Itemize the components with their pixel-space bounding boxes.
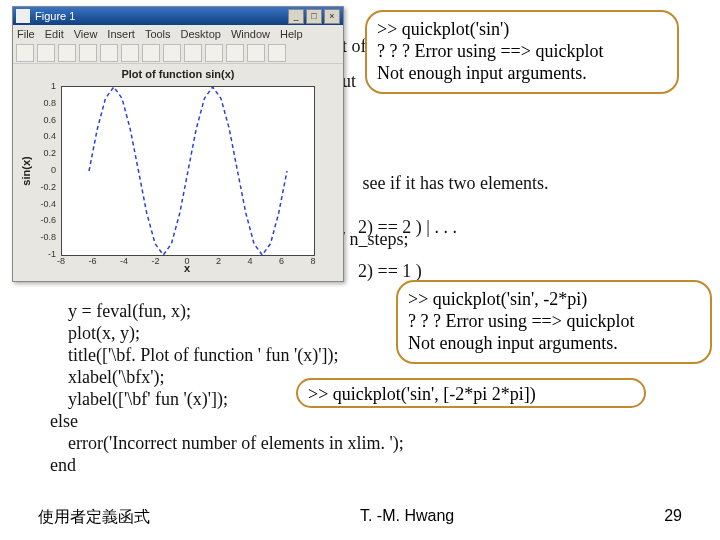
menu-insert[interactable]: Insert xyxy=(107,28,135,40)
matlab-figure-window: Figure 1 _ □ × File Edit View Insert Too… xyxy=(12,6,344,282)
menu-desktop[interactable]: Desktop xyxy=(181,28,221,40)
ytick-label: 1 xyxy=(51,81,56,91)
callout-success: >> quickplot('sin', [-2*pi 2*pi]) xyxy=(296,378,646,408)
toolbar-button[interactable] xyxy=(268,44,286,62)
footer-left: 使用者定義函式 xyxy=(38,507,150,528)
ytick-label: -0.4 xyxy=(40,199,56,209)
callout-line: >> quickplot('sin', [-2*pi 2*pi]) xyxy=(308,383,634,405)
callout-line: ? ? ? Error using ==> quickplot xyxy=(377,40,667,62)
callout-line: ? ? ? Error using ==> quickplot xyxy=(408,310,700,332)
ytick-label: 0.8 xyxy=(43,98,56,108)
menubar: File Edit View Insert Tools Desktop Wind… xyxy=(13,25,343,43)
toolbar-button[interactable] xyxy=(79,44,97,62)
code-line: plot(x, y); xyxy=(50,323,140,343)
code-line: xlabel('\bfx'); xyxy=(50,367,164,387)
minimize-button[interactable]: _ xyxy=(288,9,304,24)
ytick-label: -0.6 xyxy=(40,215,56,225)
toolbar-button[interactable] xyxy=(37,44,55,62)
ytick-label: 0 xyxy=(51,165,56,175)
window-title: Figure 1 xyxy=(35,10,288,22)
occluded-line: see if it has two elements. xyxy=(358,173,548,193)
app-icon xyxy=(16,9,30,23)
ytick-label: -0.8 xyxy=(40,232,56,242)
footer-center: T. -M. Hwang xyxy=(360,507,454,528)
callout-error-1: >> quickplot('sin') ? ? ? Error using ==… xyxy=(365,10,679,94)
code-line: title(['\bf. Plot of function ' fun '(x)… xyxy=(50,345,338,365)
axes-title: Plot of function sin(x) xyxy=(13,68,343,80)
toolbar-button[interactable] xyxy=(16,44,34,62)
toolbar xyxy=(13,43,343,64)
figure-area: Plot of function sin(x) sin(x) -1-0.8-0.… xyxy=(13,64,343,278)
code-line: end xyxy=(50,455,76,475)
footer: 使用者定義函式 T. -M. Hwang 29 xyxy=(0,507,720,528)
toolbar-button[interactable] xyxy=(163,44,181,62)
toolbar-button[interactable] xyxy=(100,44,118,62)
menu-view[interactable]: View xyxy=(74,28,98,40)
footer-right: 29 xyxy=(664,507,682,528)
xlabel: x xyxy=(61,262,313,274)
occluded-text: t of xyxy=(342,35,367,57)
menu-tools[interactable]: Tools xyxy=(145,28,171,40)
menu-window[interactable]: Window xyxy=(231,28,270,40)
window-buttons: _ □ × xyxy=(288,9,340,24)
code-line: else xyxy=(50,411,78,431)
maximize-button[interactable]: □ xyxy=(306,9,322,24)
close-button[interactable]: × xyxy=(324,9,340,24)
code-line: error('Incorrect number of elements in x… xyxy=(50,433,404,453)
ytick-label: 0.6 xyxy=(43,115,56,125)
toolbar-button[interactable] xyxy=(142,44,160,62)
code-line: ylabel(['\bf' fun '(x)']); xyxy=(50,389,228,409)
ytick-label: -1 xyxy=(48,249,56,259)
titlebar: Figure 1 _ □ × xyxy=(13,7,343,25)
callout-line: Not enough input arguments. xyxy=(408,332,700,354)
callout-line: >> quickplot('sin') xyxy=(377,18,667,40)
callout-line: Not enough input arguments. xyxy=(377,62,667,84)
occluded-text: ut xyxy=(342,70,356,92)
toolbar-button[interactable] xyxy=(184,44,202,62)
menu-file[interactable]: File xyxy=(17,28,35,40)
sine-plot xyxy=(62,87,314,255)
toolbar-button[interactable] xyxy=(226,44,244,62)
toolbar-button[interactable] xyxy=(58,44,76,62)
callout-error-2: >> quickplot('sin', -2*pi) ? ? ? Error u… xyxy=(396,280,712,364)
callout-line: >> quickplot('sin', -2*pi) xyxy=(408,288,700,310)
axes xyxy=(61,86,315,256)
toolbar-button[interactable] xyxy=(205,44,223,62)
occluded-text: / n_steps; xyxy=(340,228,409,250)
yticks: -1-0.8-0.6-0.4-0.200.20.40.60.81 xyxy=(31,86,59,254)
toolbar-button[interactable] xyxy=(121,44,139,62)
ytick-label: 0.4 xyxy=(43,131,56,141)
toolbar-button[interactable] xyxy=(247,44,265,62)
menu-edit[interactable]: Edit xyxy=(45,28,64,40)
ytick-label: -0.2 xyxy=(40,182,56,192)
menu-help[interactable]: Help xyxy=(280,28,303,40)
slide: t of ut see if it has two elements. 2) =… xyxy=(0,0,720,540)
code-line: y = feval(fun, x); xyxy=(50,301,191,321)
ytick-label: 0.2 xyxy=(43,148,56,158)
